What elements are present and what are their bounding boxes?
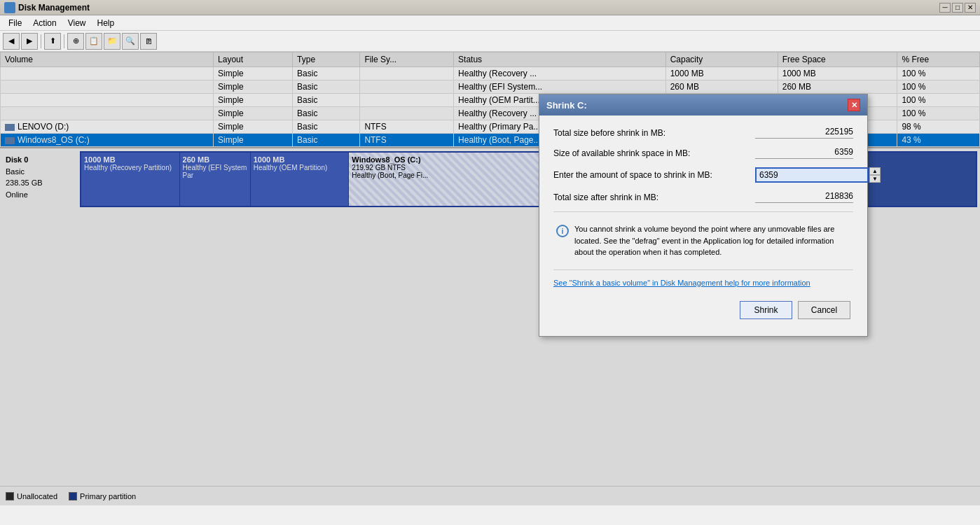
menu-view[interactable]: View <box>62 17 92 29</box>
enter-amount-input[interactable] <box>755 167 869 183</box>
dialog-row-total-size: Total size before shrink in MB: 225195 <box>553 127 853 139</box>
shrink-dialog: Shrink C: ✕ Total size before shrink in … <box>539 94 868 337</box>
toolbar-separator-1 <box>41 34 41 48</box>
spinner-down[interactable]: ▼ <box>869 175 881 183</box>
menu-help[interactable]: Help <box>92 17 120 29</box>
menu-bar: File Action View Help <box>0 15 980 31</box>
toolbar-btn3[interactable]: ⊕ <box>67 33 84 50</box>
dialog-row-total-after: Total size after shrink in MB: 218836 <box>553 191 853 203</box>
dialog-title: Shrink C: <box>546 100 587 111</box>
spinner: ▲ ▼ <box>869 167 881 183</box>
title-bar-buttons: ─ □ ✕ <box>939 3 976 13</box>
toolbar-forward-button[interactable]: ▶ <box>21 33 38 50</box>
available-shrink-label: Size of available shrink space in MB: <box>553 148 755 158</box>
total-after-label: Total size after shrink in MB: <box>553 192 755 202</box>
dialog-footer: Shrink Cancel <box>553 301 853 325</box>
dialog-separator-2 <box>553 270 853 270</box>
close-button[interactable]: ✕ <box>965 3 976 13</box>
total-size-label: Total size before shrink in MB: <box>553 128 755 138</box>
toolbar-btn4[interactable]: 📋 <box>85 33 102 50</box>
shrink-button[interactable]: Shrink <box>740 301 792 319</box>
dialog-overlay: Shrink C: ✕ Total size before shrink in … <box>0 52 980 505</box>
enter-amount-input-group: ▲ ▼ <box>755 167 853 183</box>
menu-file[interactable]: File <box>3 17 27 29</box>
restore-button[interactable]: □ <box>952 3 963 13</box>
title-bar: Disk Management ─ □ ✕ <box>0 0 980 15</box>
dialog-title-bar: Shrink C: ✕ <box>539 94 867 115</box>
toolbar-up-button[interactable]: ⬆ <box>44 33 61 50</box>
toolbar: ◀ ▶ ⬆ ⊕ 📋 📁 🔍 🖹 <box>0 31 980 52</box>
menu-action[interactable]: Action <box>27 17 62 29</box>
info-icon: i <box>556 225 569 237</box>
dialog-close-button[interactable]: ✕ <box>848 99 860 111</box>
help-link[interactable]: See "Shrink a basic volume" in Disk Mana… <box>553 279 810 287</box>
spinner-up[interactable]: ▲ <box>869 167 881 175</box>
dialog-separator-1 <box>553 211 853 212</box>
app-icon <box>4 2 15 13</box>
window-title: Disk Management <box>18 3 90 13</box>
toolbar-back-button[interactable]: ◀ <box>3 33 20 50</box>
toolbar-btn5[interactable]: 📁 <box>104 33 120 50</box>
dialog-row-enter-amount: Enter the amount of space to shrink in M… <box>553 167 853 183</box>
available-shrink-value: 6359 <box>755 147 853 159</box>
total-after-value: 218836 <box>755 191 853 203</box>
cancel-button[interactable]: Cancel <box>798 301 850 319</box>
toolbar-btn6[interactable]: 🔍 <box>122 33 139 50</box>
info-text: You cannot shrink a volume beyond the po… <box>574 223 850 258</box>
toolbar-btn7[interactable]: 🖹 <box>140 33 157 50</box>
toolbar-separator-2 <box>64 34 64 48</box>
enter-amount-label: Enter the amount of space to shrink in M… <box>553 170 755 180</box>
dialog-help-text: See "Shrink a basic volume" in Disk Mana… <box>553 276 853 290</box>
dialog-row-available-shrink: Size of available shrink space in MB: 63… <box>553 147 853 159</box>
dialog-content: Total size before shrink in MB: 225195 S… <box>539 115 867 336</box>
total-size-value: 225195 <box>755 127 853 139</box>
minimize-button[interactable]: ─ <box>939 3 951 13</box>
main-area: Volume Layout Type File Sy... Status Cap… <box>0 52 980 505</box>
dialog-info-box: i You cannot shrink a volume beyond the … <box>553 218 853 264</box>
title-bar-left: Disk Management <box>4 2 90 13</box>
